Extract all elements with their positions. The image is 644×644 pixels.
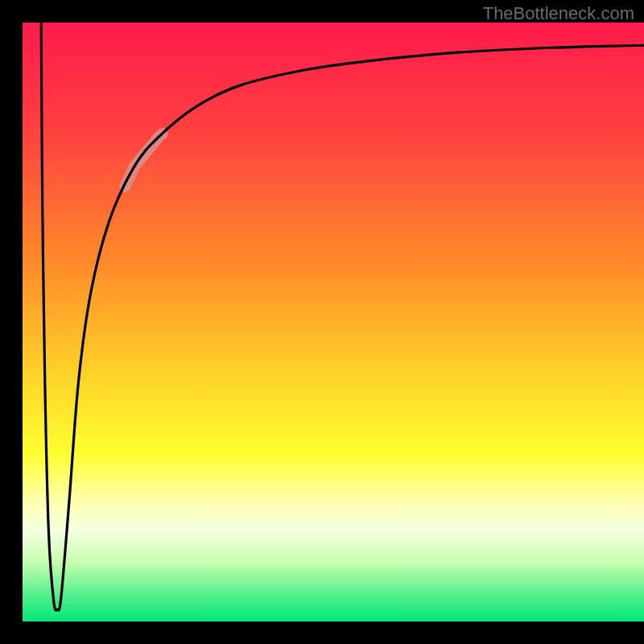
chart-container: TheBottleneck.com xyxy=(0,0,644,644)
watermark-text: TheBottleneck.com xyxy=(483,3,634,24)
plot-gradient-background xyxy=(23,23,644,621)
bottleneck-chart xyxy=(0,0,644,644)
